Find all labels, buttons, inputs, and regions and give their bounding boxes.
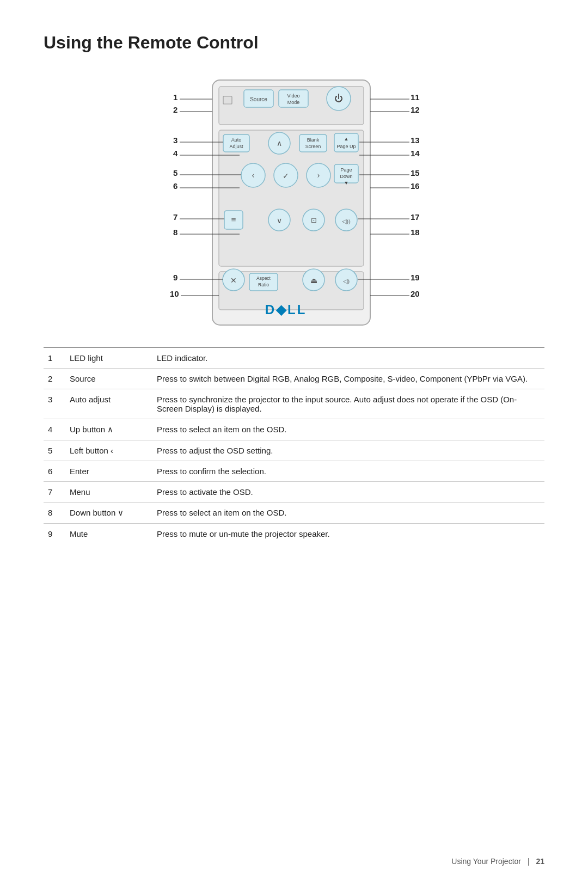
table-row: 8 Down button ∨ Press to select an item … (44, 503, 544, 524)
row-name: Left button ‹ (65, 440, 152, 461)
svg-text:Ratio: Ratio (258, 282, 269, 287)
svg-text:≡: ≡ (231, 215, 236, 224)
svg-text:◁)): ◁)) (342, 218, 351, 225)
row-description: Press to select an item on the OSD. (152, 503, 544, 524)
row-number: 4 (44, 419, 65, 440)
svg-text:17: 17 (411, 212, 420, 222)
svg-text:10: 10 (170, 289, 179, 298)
svg-text:14: 14 (411, 149, 420, 158)
table-row: 3 Auto adjust Press to synchronize the p… (44, 389, 544, 419)
svg-text:Aspect: Aspect (256, 275, 271, 281)
svg-text:Mode: Mode (287, 100, 300, 105)
footer-separator: | (528, 857, 530, 866)
svg-text:19: 19 (411, 273, 420, 282)
row-description: Press to activate the OSD. (152, 482, 544, 503)
svg-text:✕: ✕ (230, 277, 237, 285)
table-row: 4 Up button ∧ Press to select an item on… (44, 419, 544, 440)
table-row: 2 Source Press to switch between Digital… (44, 369, 544, 389)
row-description: Press to switch between Digital RGB, Ana… (152, 369, 544, 389)
svg-text:⏻: ⏻ (334, 94, 343, 103)
row-number: 6 (44, 461, 65, 482)
svg-text:⏏: ⏏ (310, 277, 317, 285)
table-row: 6 Enter Press to confirm the selection. (44, 461, 544, 482)
svg-text:8: 8 (173, 228, 177, 237)
svg-text:5: 5 (173, 168, 177, 177)
row-description: LED indicator. (152, 347, 544, 369)
svg-text:Video: Video (287, 93, 300, 99)
svg-text:Page Up: Page Up (336, 144, 356, 149)
row-name: Enter (65, 461, 152, 482)
row-number: 3 (44, 389, 65, 419)
row-name: Down button ∨ (65, 503, 152, 524)
row-name: Auto adjust (65, 389, 152, 419)
row-number: 2 (44, 369, 65, 389)
row-number: 5 (44, 440, 65, 461)
footer-page-number: 21 (536, 857, 544, 866)
remote-svg: Source Video Mode ⏻ Auto Adjust ∧ Blank … (142, 69, 446, 347)
svg-text:7: 7 (173, 212, 177, 222)
row-number: 8 (44, 503, 65, 524)
svg-text:18: 18 (411, 228, 420, 237)
table-row: 5 Left button ‹ Press to adjust the OSD … (44, 440, 544, 461)
svg-text:Auto: Auto (231, 137, 242, 143)
svg-text:20: 20 (411, 289, 420, 298)
svg-text:›: › (317, 170, 320, 180)
svg-text:Down: Down (340, 174, 352, 179)
svg-text:‹: ‹ (252, 170, 254, 180)
row-description: Press to mute or un-mute the projector s… (152, 524, 544, 544)
svg-text:2: 2 (173, 105, 177, 114)
table-row: 1 LED light LED indicator. (44, 347, 544, 369)
svg-rect-4 (223, 96, 232, 104)
row-name: Mute (65, 524, 152, 544)
svg-text:4: 4 (173, 149, 178, 158)
svg-text:6: 6 (173, 181, 177, 191)
svg-text:12: 12 (411, 105, 420, 114)
svg-text:Adjust: Adjust (229, 144, 243, 149)
table-row: 9 Mute Press to mute or un-mute the proj… (44, 524, 544, 544)
row-name: Up button ∧ (65, 419, 152, 440)
row-number: 7 (44, 482, 65, 503)
svg-text:16: 16 (411, 181, 420, 191)
row-description: Press to confirm the selection. (152, 461, 544, 482)
svg-text:Page: Page (340, 167, 352, 173)
page-content: Using the Remote Control Source Video Mo… (0, 0, 588, 598)
row-description: Press to select an item on the OSD. (152, 419, 544, 440)
svg-text:Screen: Screen (305, 144, 321, 149)
svg-text:D◆LL: D◆LL (265, 302, 307, 317)
svg-text:3: 3 (173, 136, 177, 145)
row-name: Source (65, 369, 152, 389)
row-name: Menu (65, 482, 152, 503)
svg-text:11: 11 (411, 93, 420, 102)
description-table: 1 LED light LED indicator. 2 Source Pres… (44, 347, 544, 544)
row-description: Press to adjust the OSD setting. (152, 440, 544, 461)
svg-text:15: 15 (411, 168, 420, 177)
svg-text:∨: ∨ (277, 217, 282, 225)
svg-text:Blank: Blank (307, 137, 320, 143)
svg-text:Source: Source (250, 96, 267, 102)
table-row: 7 Menu Press to activate the OSD. (44, 482, 544, 503)
row-number: 1 (44, 347, 65, 369)
svg-text:✓: ✓ (283, 172, 289, 180)
svg-text:1: 1 (173, 93, 177, 102)
svg-text:▼: ▼ (344, 180, 349, 186)
footer-text: Using Your Projector (451, 857, 521, 866)
page-title: Using the Remote Control (44, 33, 544, 53)
svg-text:◁): ◁) (343, 278, 350, 285)
remote-diagram: Source Video Mode ⏻ Auto Adjust ∧ Blank … (44, 69, 544, 347)
svg-text:9: 9 (173, 273, 177, 282)
svg-text:⊡: ⊡ (311, 216, 317, 224)
svg-text:∧: ∧ (277, 139, 282, 148)
page-footer: Using Your Projector | 21 (451, 857, 544, 866)
svg-text:13: 13 (411, 136, 420, 145)
row-description: Press to synchronize the projector to th… (152, 389, 544, 419)
svg-text:▲: ▲ (344, 136, 349, 142)
row-number: 9 (44, 524, 65, 544)
row-name: LED light (65, 347, 152, 369)
